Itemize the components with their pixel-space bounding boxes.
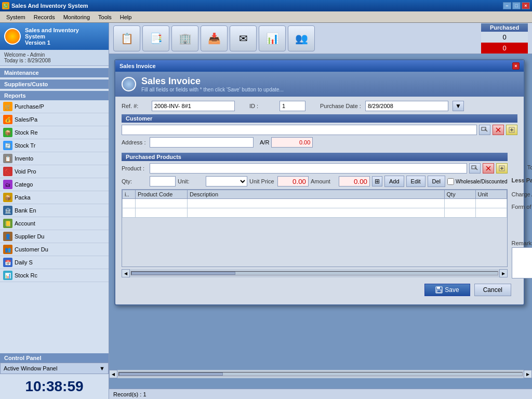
close-btn[interactable]: ×: [522, 2, 530, 9]
unit-price-input[interactable]: [277, 176, 309, 187]
dialog-close-btn[interactable]: ×: [512, 62, 520, 70]
sidebar-item-inventory[interactable]: 📋 Invento: [0, 152, 109, 165]
mail-toolbar-icon: ✉: [239, 32, 248, 45]
toolbar-btn-users[interactable]: 👥: [288, 25, 315, 51]
less-payment-label: Less Payment:: [512, 177, 532, 183]
sidebar-item-account[interactable]: 📒 Account: [0, 217, 109, 230]
sidebar-item-stock-re[interactable]: 📦 Stock Re: [0, 126, 109, 139]
minimize-btn[interactable]: −: [503, 2, 511, 9]
customer-row: [122, 125, 517, 135]
del-btn[interactable]: Del: [428, 176, 446, 187]
remarks-textarea[interactable]: [512, 247, 532, 278]
dialog-subtitle: Fill all fields or fields with * then cl…: [141, 87, 284, 92]
save-icon: [435, 286, 443, 294]
unit-select[interactable]: [206, 176, 247, 187]
wholesale-checkbox[interactable]: [447, 178, 454, 185]
customer-clear-btn[interactable]: [493, 125, 504, 135]
product-search-btn[interactable]: [469, 163, 481, 174]
toolbar-btn-chart[interactable]: 📊: [259, 25, 286, 51]
customer-add-btn[interactable]: [506, 125, 517, 135]
content-scroll-left[interactable]: ◀: [109, 370, 117, 378]
scroll-thumb[interactable]: [131, 272, 235, 275]
stepper-btn[interactable]: ⊞: [372, 176, 382, 187]
scroll-right-btn[interactable]: ▶: [499, 269, 508, 277]
menu-tools[interactable]: Tools: [94, 13, 116, 21]
toolbar-btn-records[interactable]: 📑: [142, 25, 169, 51]
product-clear-btn[interactable]: [483, 163, 494, 174]
toolbar-btn-building[interactable]: 🏢: [171, 25, 198, 51]
charge-account-row: Charge Account : Choose Payment ▼: [512, 189, 532, 200]
user-info: Welcome - Admin Today is : 8/29/2008: [0, 50, 109, 66]
id-input[interactable]: [280, 101, 305, 111]
amount-input[interactable]: [339, 176, 370, 187]
products-grid-container[interactable]: i.. Product Code Description Qty Unit: [122, 189, 508, 267]
toolbar-btn-purchase[interactable]: 📋: [113, 25, 140, 51]
sidebar-item-bank[interactable]: 🏦 Bank En: [0, 204, 109, 217]
customer-section-header: Customer: [122, 114, 517, 123]
amount-field-row: Amount :: [512, 214, 532, 224]
sidebar: Sales and Inventory System Version 1 Wel…: [0, 23, 109, 399]
purchase-toolbar-icon: 📋: [121, 32, 134, 45]
date-dropdown-btn[interactable]: ▼: [453, 101, 464, 111]
menu-system[interactable]: System: [2, 13, 30, 21]
content-scroll-track[interactable]: [118, 372, 523, 376]
inventory-icon: 📋: [3, 154, 12, 163]
sidebar-header: Sales and Inventory System Version 1: [0, 23, 109, 50]
stock-tr-icon: 🔄: [3, 141, 12, 150]
customer-search-btn[interactable]: [479, 125, 490, 135]
purchase-icon: 🛒: [3, 102, 12, 111]
wholesale-checkbox-label[interactable]: Wholesale/Discounted: [447, 178, 508, 185]
address-input[interactable]: [150, 137, 254, 148]
content-scrollbar[interactable]: ◀ ▶: [109, 370, 532, 378]
qty-input[interactable]: [150, 176, 176, 187]
status-bar: Record(s) : 1: [109, 389, 532, 399]
scroll-track[interactable]: [131, 271, 498, 275]
grid-scrollbar[interactable]: ◀ ▶: [122, 269, 508, 277]
sidebar-item-void[interactable]: 🚫 Void Pro: [0, 165, 109, 178]
add-btn[interactable]: Add: [384, 176, 404, 187]
content-scroll-thumb[interactable]: [119, 373, 223, 376]
edit-btn[interactable]: Edit: [406, 176, 425, 187]
save-btn[interactable]: Save: [424, 284, 470, 296]
maximize-btn[interactable]: □: [512, 2, 521, 9]
form-of-payment-label: Form of Payment:: [512, 204, 532, 210]
window-title: Sales And Inventory System: [11, 3, 88, 9]
section-reports: Reports: [0, 91, 109, 100]
menu-records[interactable]: Records: [30, 13, 59, 21]
products-section: Purchased Products Product :: [122, 150, 517, 280]
product-label: Product :: [122, 165, 148, 171]
sidebar-item-category[interactable]: 🗂 Catego: [0, 178, 109, 191]
sidebar-item-package[interactable]: 📦 Packa: [0, 191, 109, 204]
dialog-body: Ref. #: ID : Purchase Date : ▼ Customer: [115, 97, 524, 304]
menu-bar: System Records Monitoring Tools Help: [0, 11, 532, 23]
menu-help[interactable]: Help: [116, 13, 136, 21]
product-add-btn[interactable]: [496, 163, 508, 174]
dialog-header-text: Sales Invoice Fill all fields or fields …: [141, 76, 284, 92]
sidebar-item-customer-du[interactable]: 👥 Customer Du: [0, 243, 109, 256]
ref-input[interactable]: [152, 101, 235, 111]
sidebar-item-sales[interactable]: 💰 Sales/Pa: [0, 113, 109, 126]
cancel-btn[interactable]: Cancel: [474, 284, 511, 296]
form-of-payment-row: Form of Payment: Cash ▼: [512, 202, 532, 212]
active-window-panel[interactable]: Active Window Panel ▼: [0, 363, 109, 374]
scroll-left-btn[interactable]: ◀: [122, 269, 130, 277]
sidebar-item-stock-rc[interactable]: 📊 Stock Rc: [0, 269, 109, 282]
content-scroll-right[interactable]: ▶: [524, 370, 532, 378]
sidebar-item-supplier-du[interactable]: 👤 Supplier Du: [0, 230, 109, 243]
col-index: i..: [123, 190, 136, 199]
sidebar-item-daily[interactable]: 📅 Daily S: [0, 256, 109, 269]
sidebar-item-stock-tr[interactable]: 🔄 Stock Tr: [0, 139, 109, 152]
stock-re-icon: 📦: [3, 128, 12, 137]
menu-monitoring[interactable]: Monitoring: [59, 13, 94, 21]
toolbar-btn-mail[interactable]: ✉: [230, 25, 257, 51]
id-label: ID :: [249, 103, 275, 109]
purchase-date-input[interactable]: [365, 101, 448, 111]
product-input[interactable]: [150, 163, 467, 174]
customer-name-input[interactable]: [122, 125, 477, 135]
daily-icon: 📅: [3, 258, 12, 267]
right-panel: 📋 📑 🏢 📥 ✉ 📊 👥 Purchased: [109, 23, 532, 399]
ar-input[interactable]: [271, 137, 313, 148]
total-amount-row: Total Amount :: [512, 162, 532, 172]
toolbar-btn-download[interactable]: 📥: [201, 25, 228, 51]
sidebar-item-purchase[interactable]: 🛒 Purchase/P: [0, 100, 109, 113]
